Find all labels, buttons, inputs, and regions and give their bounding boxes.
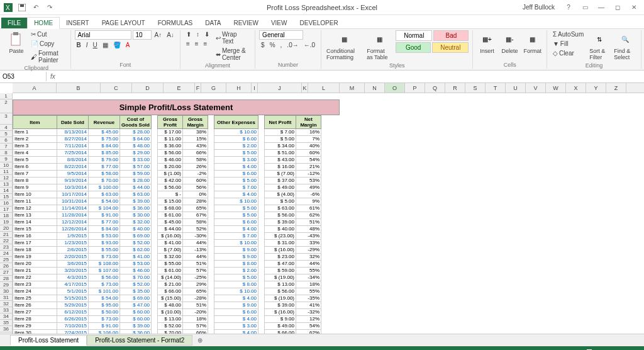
cell[interactable] bbox=[258, 316, 265, 323]
cell[interactable]: $ 49.00 bbox=[265, 184, 296, 191]
style-good[interactable]: Good bbox=[396, 42, 431, 53]
cell[interactable] bbox=[152, 288, 158, 295]
cell[interactable]: $ 62.00 bbox=[120, 247, 152, 254]
font-color-button[interactable]: A bbox=[124, 41, 132, 49]
cell[interactable]: 67% bbox=[183, 212, 208, 219]
cell[interactable] bbox=[258, 240, 265, 247]
cell[interactable]: $ 4.00 bbox=[214, 191, 258, 198]
align-bottom-icon[interactable]: ⬇ bbox=[203, 30, 211, 38]
cell[interactable]: $ 70.00 bbox=[158, 330, 183, 334]
cell[interactable] bbox=[152, 247, 158, 254]
tab-developer[interactable]: DEVELOPER bbox=[293, 18, 344, 28]
tab-data[interactable]: DATA bbox=[199, 18, 227, 28]
bold-button[interactable]: B bbox=[75, 41, 83, 49]
tab-home[interactable]: HOME bbox=[27, 17, 60, 29]
row-header[interactable]: 31 bbox=[0, 295, 13, 301]
cell[interactable]: $ 101.00 bbox=[89, 288, 120, 295]
cell[interactable] bbox=[208, 316, 214, 323]
cell[interactable]: $ 8.00 bbox=[214, 281, 258, 288]
cell[interactable]: 33% bbox=[296, 240, 321, 247]
row-header[interactable]: 20 bbox=[0, 225, 13, 232]
cell[interactable]: $ 70.00 bbox=[89, 178, 120, 184]
cell[interactable]: $ 59.00 bbox=[265, 268, 296, 274]
row-header[interactable]: 14 bbox=[0, 188, 13, 194]
cell[interactable]: $ 28.00 bbox=[120, 129, 152, 136]
name-box[interactable]: O53 bbox=[0, 72, 47, 81]
cell[interactable]: Item 14 bbox=[13, 219, 57, 226]
cell[interactable]: $ (10.00) bbox=[158, 309, 183, 316]
cell[interactable]: $ 33.00 bbox=[120, 157, 152, 164]
increase-decimal-icon[interactable]: .0→ bbox=[285, 41, 300, 49]
cell[interactable]: Item 12 bbox=[13, 205, 57, 212]
cell[interactable]: $ 43.00 bbox=[265, 157, 296, 164]
align-right-icon[interactable]: ≡ bbox=[202, 40, 209, 48]
cell[interactable] bbox=[152, 226, 158, 233]
cell[interactable] bbox=[208, 129, 214, 136]
help-icon[interactable]: ? bbox=[561, 1, 576, 14]
insert-button[interactable]: ▦+Insert bbox=[477, 30, 497, 55]
table-header[interactable] bbox=[152, 116, 158, 129]
maximize-icon[interactable]: ◻ bbox=[610, 1, 625, 14]
cell[interactable]: $ 6.00 bbox=[214, 136, 258, 143]
cell[interactable]: $ 68.00 bbox=[158, 205, 183, 212]
cell[interactable]: $ 8.00 bbox=[214, 261, 258, 268]
cell[interactable]: $ 28.00 bbox=[120, 178, 152, 184]
cell[interactable]: $ 39.00 bbox=[120, 198, 152, 205]
cell[interactable]: $ 3.00 bbox=[214, 323, 258, 330]
align-center-icon[interactable]: ≡ bbox=[193, 40, 201, 48]
cell[interactable]: $ 52.00 bbox=[120, 281, 152, 288]
cell[interactable]: 8/27/2014 bbox=[57, 136, 89, 143]
row-header[interactable]: 36 bbox=[0, 326, 13, 332]
cell[interactable]: $ (15.00) bbox=[158, 295, 183, 302]
cell[interactable]: $ 10.00 bbox=[214, 240, 258, 247]
cell[interactable]: Item 18 bbox=[13, 247, 57, 254]
cell[interactable]: Item 23 bbox=[13, 281, 57, 288]
cell[interactable]: $ 54.00 bbox=[89, 198, 120, 205]
cell[interactable]: $ 47.00 bbox=[120, 302, 152, 309]
cell[interactable] bbox=[208, 171, 214, 178]
cell[interactable]: $ 5.00 bbox=[265, 136, 296, 143]
cell[interactable]: $ 4.00 bbox=[214, 226, 258, 233]
cell[interactable]: $ 13.00 bbox=[158, 316, 183, 323]
currency-icon[interactable]: $ bbox=[259, 41, 267, 49]
cell[interactable]: $ 91.00 bbox=[89, 212, 120, 219]
cell[interactable]: $ 70.00 bbox=[120, 274, 152, 281]
cell[interactable]: 6/26/2015 bbox=[57, 316, 89, 323]
cell[interactable]: 62% bbox=[296, 330, 321, 334]
cell[interactable]: 58% bbox=[183, 219, 208, 226]
cell[interactable]: $ 21.00 bbox=[158, 281, 183, 288]
cell[interactable]: $ 85.00 bbox=[89, 150, 120, 157]
col-header-E[interactable]: E bbox=[164, 83, 195, 93]
cell[interactable]: 5/29/2015 bbox=[57, 302, 89, 309]
cell[interactable]: $ 51.00 bbox=[265, 150, 296, 157]
cell[interactable] bbox=[258, 254, 265, 261]
table-header[interactable]: Gross Profit bbox=[158, 116, 183, 129]
cell[interactable] bbox=[152, 205, 158, 212]
cell[interactable]: Item 2 bbox=[13, 136, 57, 143]
cell[interactable]: 65% bbox=[183, 288, 208, 295]
cell[interactable]: 9% bbox=[296, 198, 321, 205]
cell[interactable]: $ 77.00 bbox=[89, 164, 120, 171]
cell[interactable] bbox=[208, 191, 214, 198]
col-header-T[interactable]: T bbox=[486, 83, 506, 93]
row-header[interactable]: 6 bbox=[0, 137, 13, 144]
cell[interactable]: 49% bbox=[296, 184, 321, 191]
cell[interactable]: 12/26/2014 bbox=[57, 226, 89, 233]
cell[interactable] bbox=[208, 240, 214, 247]
cell[interactable] bbox=[208, 281, 214, 288]
cell[interactable]: $ 10.00 bbox=[214, 129, 258, 136]
cell[interactable]: -13% bbox=[183, 247, 208, 254]
autosum-button[interactable]: Σ AutoSum bbox=[551, 30, 586, 38]
cell[interactable] bbox=[258, 150, 265, 157]
cell[interactable] bbox=[152, 295, 158, 302]
cell[interactable]: $ 79.00 bbox=[89, 157, 120, 164]
cell[interactable]: $ 29.00 bbox=[120, 150, 152, 157]
cell[interactable]: $ 75.00 bbox=[89, 136, 120, 143]
cell[interactable]: 18% bbox=[183, 316, 208, 323]
cell[interactable] bbox=[152, 240, 158, 247]
cell[interactable]: Item 3 bbox=[13, 143, 57, 150]
cell[interactable] bbox=[152, 254, 158, 261]
cell[interactable]: Item 15 bbox=[13, 226, 57, 233]
cell[interactable]: 7/11/2014 bbox=[57, 143, 89, 150]
cell[interactable] bbox=[258, 330, 265, 334]
